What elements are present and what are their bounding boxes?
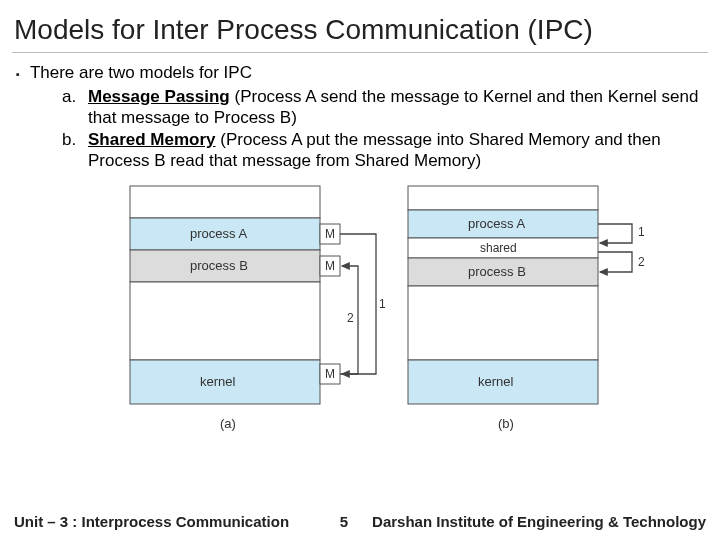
fig-a-m2: M [325, 259, 335, 273]
fig-b-label: (b) [498, 416, 514, 431]
subitem-b-label: b. [62, 130, 82, 171]
svg-rect-12 [408, 286, 598, 360]
bullet-item: ▪ There are two models for IPC [16, 63, 704, 85]
footer-right: Darshan Institute of Engineering & Techn… [372, 513, 706, 530]
footer-page: 5 [340, 513, 348, 530]
fig-a-kernel: kernel [200, 374, 236, 389]
svg-rect-8 [408, 186, 598, 210]
fig-b-process-a: process A [468, 216, 525, 231]
fig-b-shared: shared [480, 241, 517, 255]
fig-b-num2: 2 [638, 255, 645, 269]
fig-a-num1: 1 [379, 297, 386, 311]
fig-a-process-b: process B [190, 258, 248, 273]
bullet-text: There are two models for IPC [30, 63, 252, 85]
subitem-b: b. Shared Memory (Process A put the mess… [62, 130, 704, 171]
fig-a-m3: M [325, 367, 335, 381]
fig-b-kernel: kernel [478, 374, 514, 389]
fig-a-m1: M [325, 227, 335, 241]
subitem-a-label: a. [62, 87, 82, 128]
fig-a-num2: 2 [347, 311, 354, 325]
fig-b-process-b: process B [468, 264, 526, 279]
fig-a-process-a: process A [190, 226, 247, 241]
bullet-marker: ▪ [16, 63, 20, 85]
fig-a-label: (a) [220, 416, 236, 431]
svg-rect-0 [130, 186, 320, 218]
content-block: ▪ There are two models for IPC a. Messag… [0, 53, 720, 172]
footer: Unit – 3 : Interprocess Communication 5 … [0, 513, 720, 530]
footer-left: Unit – 3 : Interprocess Communication [14, 513, 289, 530]
subitem-b-keyword: Shared Memory [88, 130, 216, 149]
svg-rect-3 [130, 282, 320, 360]
subitem-a-keyword: Message Passing [88, 87, 230, 106]
fig-b-num1: 1 [638, 225, 645, 239]
page-title: Models for Inter Process Communication (… [0, 0, 720, 52]
ipc-figure: .bx{stroke:#555;stroke-width:1} .wh{fill… [0, 174, 720, 474]
subitem-a: a. Message Passing (Process A send the m… [62, 87, 704, 128]
